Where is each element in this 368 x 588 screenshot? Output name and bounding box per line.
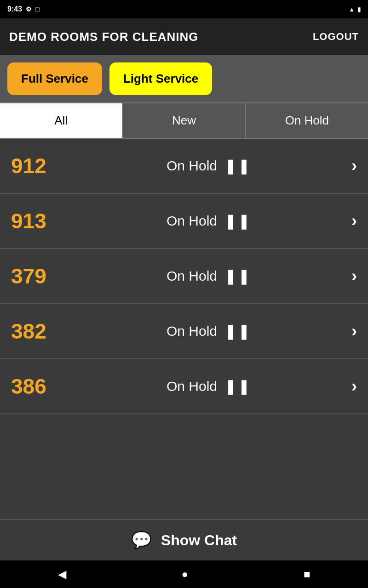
battery-icon: ▮ <box>357 6 361 13</box>
room-list: 912 On Hold ❚❚ › 913 On Hold ❚❚ › 379 On… <box>0 139 368 519</box>
room-item[interactable]: 379 On Hold ❚❚ › <box>0 249 368 304</box>
chevron-right-icon: › <box>351 156 357 175</box>
status-bar-right: ▲ ▮ <box>349 6 361 13</box>
pause-icon: ❚❚ <box>224 157 251 175</box>
show-chat-bar[interactable]: 💬 Show Chat <box>0 519 368 560</box>
pause-icon: ❚❚ <box>224 267 251 285</box>
nav-recent-button[interactable]: ■ <box>290 563 324 585</box>
pause-icon: ❚❚ <box>224 322 251 340</box>
room-status-text: On Hold <box>167 268 217 284</box>
chat-icon: 💬 <box>131 531 152 550</box>
gear-icon: ⚙ <box>26 6 32 13</box>
signal-icon: ▲ <box>349 6 355 13</box>
room-status-area: On Hold ❚❚ <box>66 378 351 395</box>
room-status-text: On Hold <box>167 379 217 394</box>
room-item[interactable]: 912 On Hold ❚❚ › <box>0 139 368 194</box>
room-number: 913 <box>11 209 66 233</box>
chat-label: Show Chat <box>161 532 237 549</box>
sim-icon: □ <box>35 6 39 13</box>
room-number: 386 <box>11 374 66 399</box>
room-number: 912 <box>11 153 66 178</box>
status-time: 9:43 <box>7 5 22 13</box>
chevron-right-icon: › <box>351 322 357 341</box>
chevron-right-icon: › <box>351 266 357 286</box>
status-bar-left: 9:43 ⚙ □ <box>7 5 40 13</box>
room-status-area: On Hold ❚❚ <box>66 157 351 175</box>
service-buttons-container: Full Service Light Service <box>0 55 368 102</box>
nav-home-button[interactable]: ● <box>168 563 202 585</box>
chevron-right-icon: › <box>351 211 357 231</box>
filter-tabs: All New On Hold <box>0 102 368 139</box>
logout-button[interactable]: LOGOUT <box>313 31 359 43</box>
chevron-right-icon: › <box>351 377 357 396</box>
tab-on-hold[interactable]: On Hold <box>246 103 368 138</box>
app-title: DEMO ROOMS FOR CLEANING <box>9 30 199 44</box>
full-service-button[interactable]: Full Service <box>7 62 102 95</box>
tab-all[interactable]: All <box>0 103 123 138</box>
room-item[interactable]: 382 On Hold ❚❚ › <box>0 304 368 359</box>
pause-icon: ❚❚ <box>224 378 251 395</box>
room-status-text: On Hold <box>167 158 217 174</box>
status-bar: 9:43 ⚙ □ ▲ ▮ <box>0 0 368 18</box>
room-item[interactable]: 913 On Hold ❚❚ › <box>0 194 368 249</box>
room-number: 382 <box>11 319 66 344</box>
room-status-area: On Hold ❚❚ <box>66 322 351 340</box>
tab-new[interactable]: New <box>123 103 246 138</box>
room-status-area: On Hold ❚❚ <box>66 212 351 230</box>
nav-back-button[interactable]: ◀ <box>44 563 80 585</box>
room-status-area: On Hold ❚❚ <box>66 267 351 285</box>
room-item[interactable]: 386 On Hold ❚❚ › <box>0 359 368 414</box>
nav-bar: ◀ ● ■ <box>0 560 368 588</box>
light-service-button[interactable]: Light Service <box>109 62 212 95</box>
pause-icon: ❚❚ <box>224 212 251 230</box>
room-status-text: On Hold <box>167 213 217 229</box>
app-header: DEMO ROOMS FOR CLEANING LOGOUT <box>0 18 368 55</box>
room-status-text: On Hold <box>167 323 217 339</box>
room-number: 379 <box>11 264 66 288</box>
